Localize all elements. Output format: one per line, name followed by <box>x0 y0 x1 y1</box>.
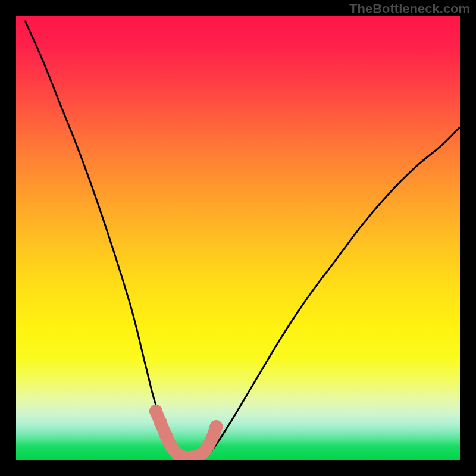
watermark-text: TheBottleneck.com <box>349 1 470 17</box>
highlight-marker <box>154 416 167 429</box>
bottleneck-curve <box>25 21 460 458</box>
highlight-marker <box>149 405 162 418</box>
plot-area <box>16 16 460 460</box>
highlight-marker <box>209 420 223 433</box>
chart-svg <box>16 16 460 460</box>
highlight-marker <box>206 431 219 444</box>
chart-frame: TheBottleneck.com <box>0 0 476 476</box>
